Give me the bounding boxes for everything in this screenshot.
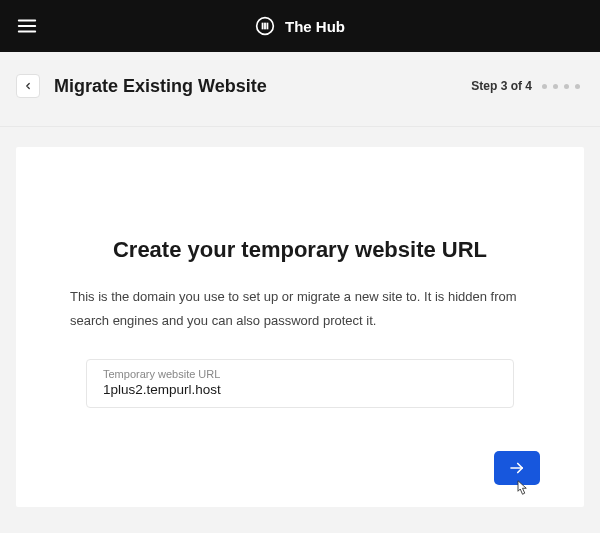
input-value: 1plus2.tempurl.host — [103, 382, 497, 397]
step-dots — [542, 84, 580, 89]
temp-url-input[interactable]: Temporary website URL 1plus2.tempurl.hos… — [86, 359, 514, 408]
next-button[interactable] — [494, 451, 540, 485]
subheader-left: Migrate Existing Website — [16, 74, 267, 98]
topbar: The Hub — [0, 0, 600, 52]
step-indicator: Step 3 of 4 — [471, 79, 580, 93]
card-description: This is the domain you use to set up or … — [66, 285, 534, 333]
input-label: Temporary website URL — [103, 368, 497, 380]
page-title: Migrate Existing Website — [54, 76, 267, 97]
arrow-right-icon — [508, 459, 526, 477]
svg-rect-4 — [262, 23, 264, 30]
step-text: Step 3 of 4 — [471, 79, 532, 93]
hamburger-menu-icon[interactable] — [16, 15, 38, 37]
brand-logo-icon — [255, 16, 275, 36]
brand: The Hub — [255, 16, 345, 36]
subheader: Migrate Existing Website Step 3 of 4 — [0, 52, 600, 127]
card-title: Create your temporary website URL — [66, 237, 534, 263]
step-dot — [564, 84, 569, 89]
back-button[interactable] — [16, 74, 40, 98]
step-dot — [575, 84, 580, 89]
step-dot — [542, 84, 547, 89]
brand-name: The Hub — [285, 18, 345, 35]
chevron-left-icon — [23, 81, 33, 91]
step-dot — [553, 84, 558, 89]
svg-rect-5 — [264, 23, 266, 30]
svg-rect-6 — [267, 23, 269, 30]
main-card: Create your temporary website URL This i… — [16, 147, 584, 507]
